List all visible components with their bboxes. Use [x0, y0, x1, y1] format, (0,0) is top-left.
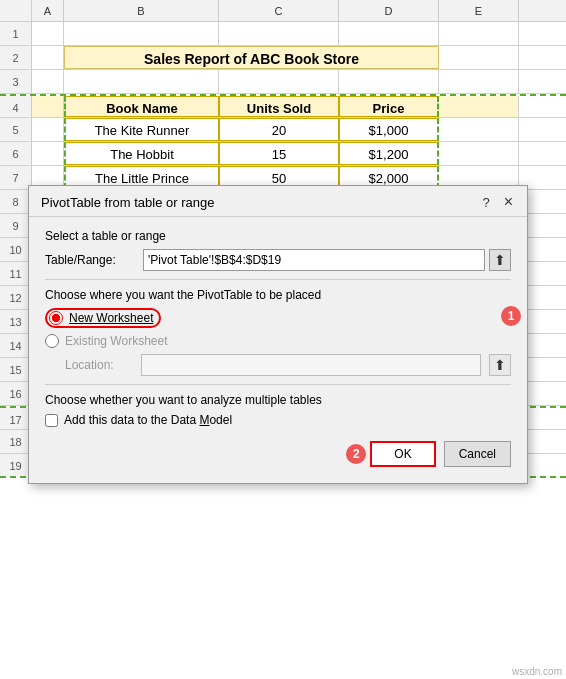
cell-3e[interactable]: [439, 70, 519, 93]
col-header-a: A: [32, 0, 64, 21]
table-row: 1: [0, 22, 566, 46]
cell-5c[interactable]: 20: [219, 118, 339, 141]
existing-worksheet-label: Existing Worksheet: [65, 334, 168, 348]
column-headers: A B C D E: [0, 0, 566, 22]
row-num: 3: [0, 70, 32, 93]
cell-1e[interactable]: [439, 22, 519, 45]
cell-4e[interactable]: [439, 96, 519, 117]
new-worksheet-label: New Worksheet: [69, 311, 153, 325]
cell-4b[interactable]: Book Name: [64, 96, 219, 117]
row-num: 6: [0, 142, 32, 165]
location-select-button[interactable]: ⬆: [489, 354, 511, 376]
pivot-dialog: PivotTable from table or range ? × Selec…: [28, 185, 528, 484]
table-range-input-row: ⬆: [143, 249, 511, 271]
dialog-help-button[interactable]: ?: [478, 195, 493, 210]
col-header-b: B: [64, 0, 219, 21]
cell-2e[interactable]: [439, 46, 519, 69]
section3-label: Choose whether you want to analyze multi…: [45, 393, 511, 407]
location-label: Location:: [65, 358, 133, 372]
corner-cell: [0, 0, 32, 21]
table-range-input[interactable]: [143, 249, 485, 271]
cell-3a[interactable]: [32, 70, 64, 93]
divider-2: [45, 384, 511, 385]
col-header-d: D: [339, 0, 439, 21]
cell-3b[interactable]: [64, 70, 219, 93]
cell-6b[interactable]: The Hobbit: [64, 142, 219, 165]
cell-5a[interactable]: [32, 118, 64, 141]
cell-3c[interactable]: [219, 70, 339, 93]
cell-4c[interactable]: Units Sold: [219, 96, 339, 117]
cell-6c[interactable]: 15: [219, 142, 339, 165]
table-row: 4 Book Name Units Sold Price: [0, 94, 566, 118]
new-worksheet-box: New Worksheet: [45, 308, 161, 328]
cell-4d[interactable]: Price: [339, 96, 439, 117]
cell-6e[interactable]: [439, 142, 519, 165]
dialog-body: Select a table or range Table/Range: ⬆ C…: [29, 217, 527, 483]
badge-2: 2: [346, 444, 366, 464]
dialog-title: PivotTable from table or range: [41, 195, 214, 210]
title-cell[interactable]: Sales Report of ABC Book Store: [64, 46, 439, 69]
cell-3d[interactable]: [339, 70, 439, 93]
spreadsheet: A B C D E 1 2 Sales Report of ABC Book S…: [0, 0, 566, 679]
new-worksheet-option[interactable]: New Worksheet 1: [45, 308, 511, 328]
cell-4a[interactable]: [32, 96, 64, 117]
row-num: 2: [0, 46, 32, 69]
cell-1a[interactable]: [32, 22, 64, 45]
dialog-close-button[interactable]: ×: [502, 194, 515, 210]
cell-5e[interactable]: [439, 118, 519, 141]
badge-1: 1: [501, 306, 521, 326]
col-header-e: E: [439, 0, 519, 21]
dialog-footer: 2 OK Cancel: [45, 441, 511, 471]
existing-worksheet-option[interactable]: Existing Worksheet: [45, 334, 511, 348]
row-num: 4: [0, 96, 32, 117]
placement-radio-group: New Worksheet 1 Existing Worksheet: [45, 308, 511, 348]
cancel-button[interactable]: Cancel: [444, 441, 511, 467]
cell-6d[interactable]: $1,200: [339, 142, 439, 165]
cell-1b[interactable]: [64, 22, 219, 45]
new-worksheet-radio[interactable]: [49, 311, 63, 325]
dialog-titlebar: PivotTable from table or range ? ×: [29, 186, 527, 217]
range-select-button[interactable]: ⬆: [489, 249, 511, 271]
table-row: 5 The Kite Runner 20 $1,000: [0, 118, 566, 142]
table-row: 2 Sales Report of ABC Book Store: [0, 46, 566, 70]
existing-worksheet-radio[interactable]: [45, 334, 59, 348]
cell-1c[interactable]: [219, 22, 339, 45]
row-num: 5: [0, 118, 32, 141]
row-num: 1: [0, 22, 32, 45]
data-model-row: Add this data to the Data Model: [45, 413, 511, 427]
col-header-c: C: [219, 0, 339, 21]
cell-5d[interactable]: $1,000: [339, 118, 439, 141]
data-model-checkbox[interactable]: [45, 414, 58, 427]
data-model-label: Add this data to the Data Model: [64, 413, 232, 427]
dialog-controls: ? ×: [478, 194, 515, 210]
table-row: 6 The Hobbit 15 $1,200: [0, 142, 566, 166]
ok-button[interactable]: OK: [370, 441, 435, 467]
location-input[interactable]: [141, 354, 481, 376]
divider-1: [45, 279, 511, 280]
cell-6a[interactable]: [32, 142, 64, 165]
cell-1d[interactable]: [339, 22, 439, 45]
section2-label: Choose where you want the PivotTable to …: [45, 288, 511, 302]
table-range-row: Table/Range: ⬆: [45, 249, 511, 271]
cell-5b[interactable]: The Kite Runner: [64, 118, 219, 141]
cell-2a[interactable]: [32, 46, 64, 69]
table-row: 3: [0, 70, 566, 94]
location-row: Location: ⬆: [65, 354, 511, 376]
table-range-label: Table/Range:: [45, 253, 135, 267]
watermark: wsxdn.com: [512, 666, 562, 677]
section1-label: Select a table or range: [45, 229, 511, 243]
